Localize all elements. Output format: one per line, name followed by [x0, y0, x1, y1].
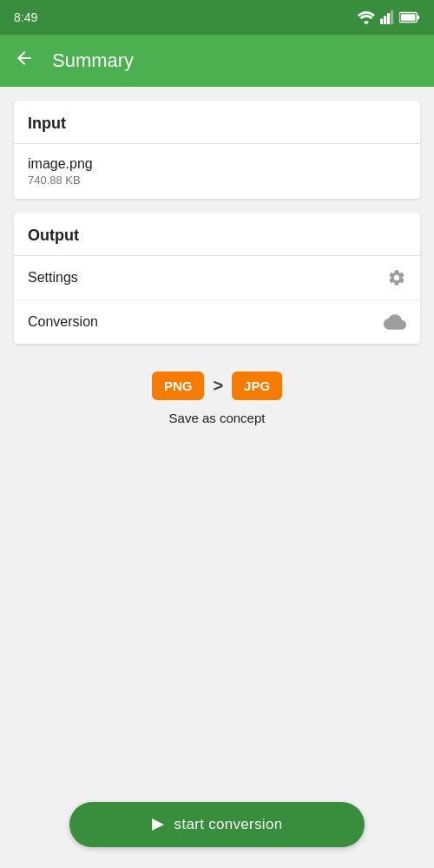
arrow-icon: >: [213, 376, 223, 396]
bottom-bar: start conversion: [0, 786, 434, 868]
svg-rect-6: [401, 14, 416, 20]
conversion-label: Conversion: [28, 314, 98, 330]
format-badges: PNG > JPG: [152, 372, 282, 400]
input-label: Input: [28, 115, 66, 132]
status-icons: [358, 10, 420, 24]
save-concept-label[interactable]: Save as concept: [169, 411, 266, 425]
settings-label: Settings: [28, 270, 78, 286]
settings-row[interactable]: Settings: [14, 256, 420, 300]
back-button[interactable]: [14, 48, 35, 74]
wifi-icon: [358, 10, 375, 24]
svg-rect-2: [387, 13, 390, 24]
status-time: 8:49: [14, 10, 37, 24]
gear-icon: [387, 268, 406, 287]
file-name: image.png: [28, 156, 93, 172]
signal-icon: [380, 10, 394, 24]
start-conversion-button[interactable]: start conversion: [69, 802, 365, 847]
output-card: Output Settings Conversion: [14, 213, 420, 344]
battery-icon: [399, 11, 420, 23]
file-info: image.png 740.88 KB: [28, 156, 93, 187]
svg-rect-0: [380, 19, 383, 24]
cloud-icon: [384, 312, 406, 332]
conversion-area: PNG > JPG Save as concept: [14, 358, 420, 432]
input-file-row: image.png 740.88 KB: [14, 144, 420, 199]
status-bar: 8:49: [0, 0, 434, 35]
input-card-header: Input: [14, 101, 420, 144]
start-button-label: start conversion: [174, 816, 283, 833]
main-content: Input image.png 740.88 KB Output Setting…: [0, 87, 434, 446]
svg-rect-5: [418, 16, 419, 20]
output-label: Output: [28, 227, 79, 244]
to-format-badge: JPG: [232, 372, 282, 400]
svg-rect-1: [384, 16, 386, 24]
input-card: Input image.png 740.88 KB: [14, 101, 420, 199]
app-bar: Summary: [0, 35, 434, 87]
svg-rect-3: [391, 10, 393, 24]
output-card-header: Output: [14, 213, 420, 256]
play-icon: [152, 819, 164, 831]
conversion-row[interactable]: Conversion: [14, 300, 420, 344]
file-size: 740.88 KB: [28, 174, 93, 187]
from-format-badge: PNG: [152, 372, 205, 400]
page-title: Summary: [52, 49, 134, 72]
